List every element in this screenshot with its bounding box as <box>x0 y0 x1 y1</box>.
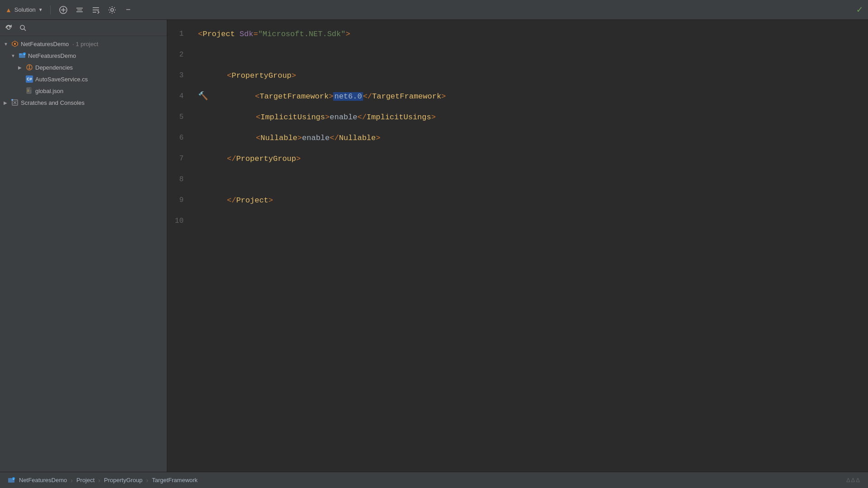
breadcrumb-sep-1: › <box>71 477 73 484</box>
project-name: NetFeaturesDemo <box>28 52 76 59</box>
breadcrumb-project-icon: R <box>7 476 15 484</box>
line-num-2: 2 <box>167 44 189 65</box>
svg-rect-16 <box>19 53 22 55</box>
code-line-9: </Project> <box>198 190 868 211</box>
project-tree: ▼ NetFeaturesDemo · 1 project ▼ <box>0 36 167 472</box>
dependencies-chevron: ▶ <box>18 65 24 70</box>
autosave-file-item[interactable]: ▶ C# AutoSaveService.cs <box>0 73 167 85</box>
line-num-4: 4 <box>167 86 189 107</box>
code-line-6: <Nullable>enable</Nullable> <box>198 127 868 148</box>
breadcrumb-part2: PropertyGroup <box>104 477 142 483</box>
breadcrumb-sep-2: › <box>98 477 100 484</box>
add-icon <box>59 6 67 14</box>
breadcrumb-sep-3: › <box>146 477 148 484</box>
solution-chevron: ▼ <box>4 42 9 47</box>
line-num-7: 7 <box>167 148 189 169</box>
code-line-5: <ImplicitUsings>enable</ImplicitUsings> <box>198 107 868 127</box>
solution-icon <box>11 40 19 48</box>
success-indicator: ✓ <box>857 4 863 16</box>
main-area: ▼ NetFeaturesDemo · 1 project ▼ <box>0 20 868 472</box>
autosave-filename: AutoSaveService.cs <box>35 76 88 83</box>
code-line-3: <PropertyGroup> <box>198 65 868 86</box>
svg-text:R: R <box>24 53 25 56</box>
line-num-10: 10 <box>167 211 189 231</box>
dependencies-label: Dependencies <box>35 64 73 71</box>
svg-point-9 <box>111 9 113 11</box>
solution-project-count: · 1 project <box>72 41 98 47</box>
gear-button[interactable] <box>107 5 118 15</box>
check-icon: ✓ <box>857 5 863 16</box>
breadcrumb-part1: Project <box>76 477 94 483</box>
code-line-7: </PropertyGroup> <box>198 148 868 169</box>
line-numbers: 1 2 3 4 5 6 7 8 9 10 <box>167 23 194 468</box>
align-icon <box>75 6 84 14</box>
code-line-8 <box>198 169 868 190</box>
svg-text:R: R <box>13 478 14 480</box>
scratches-tree-item[interactable]: ▶ R Scratches and Consoles <box>0 97 167 108</box>
project-tree-item[interactable]: ▼ R NetFeaturesDemo <box>0 50 167 61</box>
sidebar-search-button[interactable] <box>18 23 28 33</box>
solution-name: NetFeaturesDemo <box>21 41 69 47</box>
editor-panel[interactable]: 1 2 3 4 5 6 7 8 9 10 <Project Sdk="Micro… <box>167 20 868 472</box>
gear-icon <box>108 6 116 14</box>
search-icon <box>19 24 27 32</box>
svg-point-10 <box>20 25 24 29</box>
code-line-1: <Project Sdk="Microsoft.NET.Sdk"> <box>198 23 868 44</box>
breadcrumb: R NetFeaturesDemo › Project › PropertyGr… <box>7 476 198 484</box>
line-num-1: 1 <box>167 23 189 44</box>
cs-file-icon: C# <box>25 75 33 83</box>
dependencies-tree-item[interactable]: ▶ Dependencies <box>0 61 167 73</box>
toolbar-divider-1 <box>50 5 51 14</box>
main-toolbar: ▲ Solution ▼ − <box>0 0 868 20</box>
sidebar-refresh-button[interactable] <box>4 23 14 33</box>
global-json-filename: global.json <box>35 88 63 94</box>
add-button[interactable] <box>58 5 69 15</box>
status-bar: R NetFeaturesDemo › Project › PropertyGr… <box>0 472 868 488</box>
sidebar-toolbar <box>0 20 167 36</box>
code-area: 1 2 3 4 5 6 7 8 9 10 <Project Sdk="Micro… <box>167 20 868 472</box>
solution-dropdown-icon: ▼ <box>38 7 43 12</box>
code-line-10 <box>198 211 868 231</box>
solution-label: Solution <box>14 6 36 13</box>
code-line-2 <box>198 44 868 65</box>
line-num-3: 3 <box>167 65 189 86</box>
line-num-6: 6 <box>167 127 189 148</box>
project-chevron: ▼ <box>11 53 16 58</box>
scratches-icon: R <box>11 99 19 107</box>
project-icon: R <box>18 52 26 60</box>
minus-icon: − <box>126 6 131 14</box>
solution-triangle-icon: ▲ <box>5 6 12 14</box>
svg-point-14 <box>14 43 16 45</box>
scratches-chevron: ▶ <box>4 100 9 105</box>
breadcrumb-project: NetFeaturesDemo <box>19 477 67 483</box>
line-num-9: 9 <box>167 190 189 211</box>
code-line-4: 🔨 <TargetFramework>net6.0</TargetFramewo… <box>198 86 868 107</box>
solution-tree-item[interactable]: ▼ NetFeaturesDemo · 1 project <box>0 38 167 50</box>
sidebar: ▼ NetFeaturesDemo · 1 project ▼ <box>0 20 167 472</box>
font-size-indicator: ΔΔΔ <box>846 477 861 483</box>
svg-point-20 <box>29 66 30 67</box>
json-file-icon: {} <box>25 87 33 95</box>
svg-line-11 <box>24 29 26 31</box>
align-button[interactable] <box>74 5 85 15</box>
build-icon: 🔨 <box>198 92 208 100</box>
refresh-icon <box>5 24 12 32</box>
dependencies-icon <box>25 63 33 71</box>
minimize-button[interactable]: − <box>123 5 134 15</box>
status-right: ΔΔΔ <box>846 477 861 483</box>
collapse-button[interactable] <box>90 5 101 15</box>
svg-text:{}: {} <box>28 89 29 92</box>
scratches-label: Scratches and Consoles <box>21 99 85 106</box>
line-num-8: 8 <box>167 169 189 190</box>
line-num-5: 5 <box>167 107 189 127</box>
collapse-icon <box>92 6 100 14</box>
breadcrumb-part3: TargetFramework <box>152 477 198 483</box>
solution-button[interactable]: ▲ Solution ▼ <box>5 6 43 14</box>
global-json-item[interactable]: ▶ {} global.json <box>0 85 167 97</box>
code-content[interactable]: <Project Sdk="Microsoft.NET.Sdk"> <Prope… <box>194 23 868 468</box>
